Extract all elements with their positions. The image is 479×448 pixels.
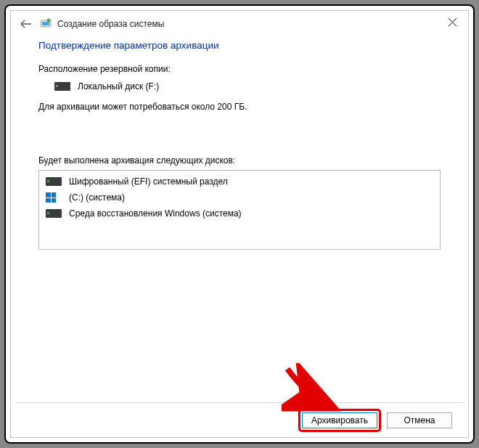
- list-item: Шифрованный (EFI) системный раздел: [44, 174, 435, 190]
- svg-rect-1: [42, 22, 49, 25]
- drive-name: Среда восстановления Windows (система): [69, 208, 242, 219]
- start-backup-button[interactable]: Архивировать: [302, 412, 377, 428]
- content-area: Подтверждение параметров архивации Распо…: [11, 37, 468, 402]
- svg-point-2: [47, 19, 51, 23]
- space-required: Для архивации может потребоваться около …: [38, 102, 441, 112]
- list-item: (C:) (система): [44, 190, 435, 205]
- disk-icon: [46, 177, 62, 186]
- back-button[interactable]: [18, 16, 34, 32]
- wizard-window: Создание образа системы Подтверждение па…: [10, 10, 469, 438]
- disk-icon: [46, 209, 62, 218]
- drive-name: Шифрованный (EFI) системный раздел: [69, 176, 228, 187]
- location-value: Локальный диск (F:): [78, 81, 159, 91]
- close-button[interactable]: [436, 11, 468, 33]
- location-row: Локальный диск (F:): [54, 81, 441, 91]
- primary-highlight: Архивировать: [298, 409, 381, 432]
- app-icon: [40, 18, 52, 30]
- windows-icon: [46, 192, 62, 203]
- list-item: Среда восстановления Windows (система): [44, 205, 435, 221]
- titlebar: Создание образа системы: [11, 11, 468, 37]
- cancel-button[interactable]: Отмена: [387, 412, 452, 428]
- drive-name: (C:) (система): [69, 192, 125, 203]
- drives-list: Шифрованный (EFI) системный раздел (C:) …: [38, 170, 441, 250]
- window-title: Создание образа системы: [57, 19, 164, 29]
- page-heading: Подтверждение параметров архивации: [38, 40, 441, 51]
- disk-icon: [54, 82, 70, 91]
- footer: Архивировать Отмена: [15, 402, 464, 437]
- drives-label: Будет выполнена архивация следующих диск…: [38, 155, 441, 166]
- location-label: Расположение резервной копии:: [38, 64, 441, 74]
